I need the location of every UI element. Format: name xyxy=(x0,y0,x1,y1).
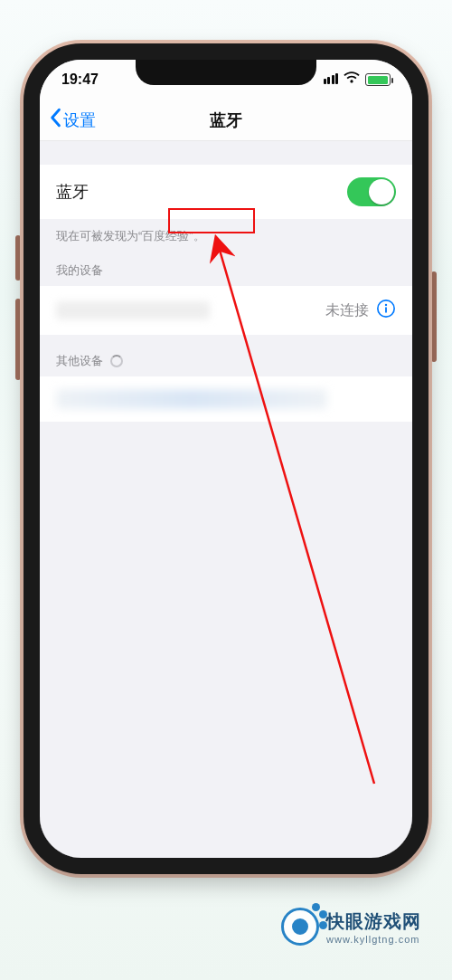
bluetooth-toggle-label: 蓝牙 xyxy=(56,181,89,203)
watermark-url: www.kyllgtng.com xyxy=(326,934,421,945)
status-time: 19:47 xyxy=(61,71,99,88)
other-device-name-blurred xyxy=(56,389,327,409)
my-device-name-blurred xyxy=(56,301,210,319)
phone-volume-button-2 xyxy=(15,299,21,380)
navigation-bar: 设置 蓝牙 xyxy=(40,100,412,141)
other-devices-label: 其他设备 xyxy=(56,353,103,369)
watermark-title: 快眼游戏网 xyxy=(326,911,421,931)
back-label: 设置 xyxy=(63,109,96,131)
page-title: 蓝牙 xyxy=(210,109,242,131)
my-device-row[interactable]: 未连接 xyxy=(40,286,412,335)
phone-notch xyxy=(136,60,316,85)
discoverable-hint: 现在可被发现为“百度经验”。 xyxy=(40,219,412,244)
wifi-icon xyxy=(344,71,360,88)
loading-spinner-icon xyxy=(110,355,123,367)
chevron-left-icon xyxy=(49,108,61,132)
info-icon[interactable] xyxy=(376,299,396,322)
phone-frame: 19:47 设置 蓝牙 蓝牙 xyxy=(24,43,428,874)
bluetooth-toggle-row[interactable]: 蓝牙 xyxy=(40,165,412,219)
my-devices-label: 我的设备 xyxy=(56,262,103,279)
svg-point-1 xyxy=(385,304,387,306)
battery-icon xyxy=(365,73,391,86)
back-button[interactable]: 设置 xyxy=(49,100,96,140)
section-header-my-devices: 我的设备 xyxy=(40,244,412,286)
signal-icon xyxy=(322,71,338,88)
other-device-row[interactable] xyxy=(40,376,412,422)
phone-screen: 19:47 设置 蓝牙 蓝牙 xyxy=(40,60,412,858)
bluetooth-switch[interactable] xyxy=(347,177,396,206)
watermark-eye-icon xyxy=(281,908,319,946)
device-status-label: 未连接 xyxy=(325,301,369,320)
watermark-logo: 快眼游戏网 www.kyllgtng.com xyxy=(281,908,421,946)
phone-power-button xyxy=(431,271,437,362)
phone-volume-button-1 xyxy=(15,235,21,281)
section-header-other-devices: 其他设备 xyxy=(40,335,412,376)
content-area: 蓝牙 现在可被发现为“百度经验”。 我的设备 未连接 其他设备 xyxy=(40,141,412,422)
svg-rect-2 xyxy=(385,307,387,312)
